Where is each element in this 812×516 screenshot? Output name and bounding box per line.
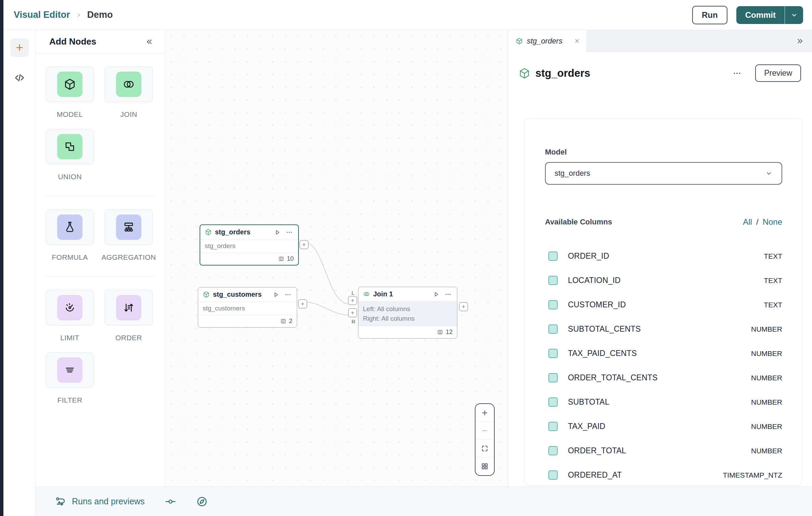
add-node-label: LIMIT: [60, 334, 79, 342]
fit-view-icon: [481, 444, 489, 453]
compass-button[interactable]: [196, 496, 208, 507]
column-row-subtotal: SUBTOTAL NUMBER: [545, 390, 782, 414]
node-stg-orders[interactable]: stg_orders stg_orders 10: [200, 224, 299, 266]
preview-button[interactable]: Preview: [755, 64, 801, 82]
add-button[interactable]: [10, 38, 29, 57]
output-handle[interactable]: [300, 240, 308, 249]
run-button[interactable]: Run: [692, 6, 727, 24]
tab-title: stg_orders: [527, 37, 570, 46]
column-name: CUSTOMER_ID: [568, 300, 764, 309]
node-menu-button[interactable]: [283, 291, 292, 298]
select-none-link[interactable]: None: [763, 217, 782, 227]
node-run-button[interactable]: [271, 291, 280, 298]
chevron-down-icon: [790, 11, 798, 19]
code-icon: [14, 72, 25, 84]
column-type: TEXT: [764, 252, 782, 260]
panel-menu-button[interactable]: [733, 69, 741, 78]
add-node-label: JOIN: [120, 110, 137, 119]
edge-orders-to-join: [304, 242, 350, 304]
model-cube-icon: [205, 229, 212, 236]
column-checkbox[interactable]: [548, 373, 558, 382]
select-all-link[interactable]: All: [743, 217, 752, 227]
column-type: TEXT: [764, 277, 782, 285]
chevrons-right-icon: [796, 37, 804, 46]
column-name: LOCATION_ID: [568, 276, 764, 285]
column-row-order_total: ORDER_TOTAL NUMBER: [545, 439, 782, 463]
join-config: Left: All columns Right: All columns: [358, 301, 457, 326]
tab-stg-orders[interactable]: stg_orders: [508, 30, 587, 52]
node-run-button[interactable]: [273, 229, 282, 236]
add-node-item-union[interactable]: UNION: [46, 129, 94, 181]
model-select[interactable]: stg_orders: [545, 162, 782, 185]
node-run-button[interactable]: [432, 291, 441, 298]
node-join-1[interactable]: Join 1 Left: All columns Right: All colu…: [358, 287, 457, 339]
column-name: ORDER_TOTAL: [568, 446, 751, 455]
plus-icon: [300, 302, 305, 306]
join-right-input-handle[interactable]: [348, 308, 357, 317]
column-checkbox[interactable]: [548, 300, 558, 309]
column-type: NUMBER: [751, 349, 782, 358]
column-count: 10: [287, 255, 294, 262]
tab-close-button[interactable]: [574, 38, 580, 44]
node-menu-button[interactable]: [285, 229, 294, 236]
breadcrumb-current: Demo: [87, 10, 113, 20]
add-node-card: [46, 352, 94, 388]
add-node-group: FORMULA AGGREGATION: [46, 196, 154, 277]
add-node-card: [46, 209, 94, 245]
zoom-in-button[interactable]: [475, 404, 494, 422]
node-menu-button[interactable]: [444, 291, 453, 298]
column-checkbox[interactable]: [548, 349, 558, 358]
column-checkbox[interactable]: [548, 397, 558, 407]
dag-canvas[interactable]: stg_orders stg_orders 10 stg_customers s…: [165, 30, 508, 487]
node-stg-customers[interactable]: stg_customers stg_customers 2: [198, 287, 297, 328]
add-node-item-order[interactable]: ORDER: [105, 290, 153, 342]
add-node-item-filter[interactable]: FILTER: [46, 352, 94, 404]
zoom-out-button[interactable]: [475, 422, 494, 440]
commit-button[interactable]: Commit: [736, 6, 785, 24]
column-type: NUMBER: [751, 398, 782, 406]
column-row-order_total_cents: ORDER_TOTAL_CENTS NUMBER: [545, 366, 782, 390]
column-checkbox[interactable]: [548, 446, 558, 455]
join-icon: [363, 291, 370, 298]
chevrons-left-icon: [145, 37, 154, 46]
model-field-label: Model: [545, 148, 782, 157]
git-commit-button[interactable]: [165, 496, 176, 507]
join-left-input-handle[interactable]: [348, 296, 357, 305]
fit-view-button[interactable]: [475, 440, 494, 457]
panel-title: stg_orders: [535, 67, 728, 79]
ellipsis-icon: [286, 229, 293, 236]
add-node-item-aggregation[interactable]: AGGREGATION: [105, 209, 153, 261]
output-handle[interactable]: [459, 302, 468, 311]
aggregation-tree-icon: [116, 214, 141, 240]
add-node-label: AGGREGATION: [101, 253, 156, 261]
add-node-label: MODEL: [57, 110, 83, 119]
runs-and-previews-button[interactable]: Runs and previews: [55, 496, 145, 507]
add-node-item-formula[interactable]: FORMULA: [46, 209, 94, 261]
node-details-panel: stg_orders stg_orders Preview Model stg_…: [508, 30, 812, 516]
available-columns-title: Available Columns: [545, 218, 743, 226]
node-model-ref: stg_orders: [200, 239, 298, 253]
column-row-ordered_at: ORDERED_AT TIMESTAMP_NTZ: [545, 463, 782, 486]
expand-panel-button[interactable]: [796, 37, 804, 46]
column-checkbox[interactable]: [548, 422, 558, 431]
add-node-item-limit[interactable]: LIMIT: [46, 290, 94, 342]
add-node-card: [46, 290, 94, 325]
column-checkbox[interactable]: [548, 470, 558, 480]
column-checkbox[interactable]: [548, 324, 558, 334]
code-view-button[interactable]: [14, 72, 25, 84]
layout-grid-button[interactable]: [475, 457, 494, 475]
panel-header: stg_orders Preview: [508, 52, 812, 82]
column-checkbox[interactable]: [548, 251, 558, 261]
add-node-item-join[interactable]: JOIN: [105, 66, 153, 119]
join-circles-icon: [116, 72, 141, 97]
add-node-group: MODEL JOIN UNION: [46, 53, 154, 196]
output-handle[interactable]: [298, 299, 307, 308]
breadcrumb-visual-editor[interactable]: Visual Editor: [14, 10, 70, 20]
join-right-config: Right: All columns: [363, 314, 453, 323]
column-checkbox[interactable]: [548, 276, 558, 285]
model-cube-icon: [203, 291, 210, 298]
commit-dropdown-button[interactable]: [785, 6, 803, 24]
collapse-panel-button[interactable]: [145, 37, 154, 46]
add-nodes-header: Add Nodes: [36, 30, 165, 53]
add-node-item-model[interactable]: MODEL: [46, 66, 94, 119]
